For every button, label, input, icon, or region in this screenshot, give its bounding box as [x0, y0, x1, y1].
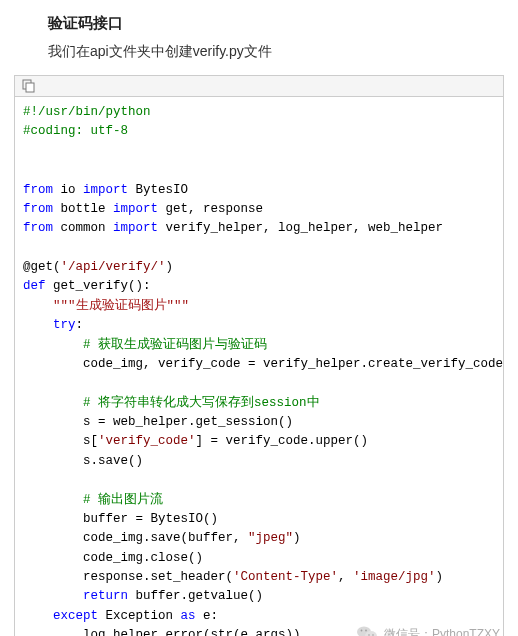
- code-text: buffer = BytesIO(): [83, 512, 218, 526]
- code-toolbar: [15, 76, 503, 97]
- code-text: verify_helper, log_helper, web_helper: [158, 221, 443, 235]
- code-keyword: import: [83, 183, 128, 197]
- code-text: bottle: [53, 202, 113, 216]
- section-title: 验证码接口: [48, 14, 518, 33]
- code-text: code_img.close(): [83, 551, 203, 565]
- code-text: s[: [83, 434, 98, 448]
- code-block: #!/usr/bin/python #coding: utf-8 from io…: [15, 97, 503, 636]
- code-comment: # 将字符串转化成大写保存到session中: [83, 396, 320, 410]
- code-text: response.set_header(: [83, 570, 233, 584]
- code-text: e:: [196, 609, 219, 623]
- code-text: ): [293, 531, 301, 545]
- code-comment: # 获取生成验证码图片与验证码: [83, 338, 267, 352]
- code-text: :: [76, 318, 84, 332]
- code-text: get_verify():: [46, 279, 151, 293]
- code-keyword: from: [23, 183, 53, 197]
- code-string: 'verify_code': [98, 434, 196, 448]
- code-text: code_img.save(buffer,: [83, 531, 248, 545]
- code-keyword: try: [53, 318, 76, 332]
- code-text: ] = verify_code.upper(): [196, 434, 369, 448]
- code-text: get, response: [158, 202, 263, 216]
- code-string: 'image/jpg': [353, 570, 436, 584]
- code-text: s = web_helper.get_session(): [83, 415, 293, 429]
- code-keyword: import: [113, 221, 158, 235]
- code-keyword: def: [23, 279, 46, 293]
- code-text: Exception: [98, 609, 181, 623]
- code-text: io: [53, 183, 83, 197]
- code-text: BytesIO: [128, 183, 188, 197]
- code-text: ): [436, 570, 444, 584]
- code-keyword: return: [83, 589, 128, 603]
- code-text: buffer.getvalue(): [128, 589, 263, 603]
- code-keyword: except: [53, 609, 98, 623]
- code-keyword: as: [181, 609, 196, 623]
- article-header: 验证码接口 我们在api文件夹中创建verify.py文件: [0, 0, 518, 75]
- code-container: #!/usr/bin/python #coding: utf-8 from io…: [14, 75, 504, 636]
- code-string: '/api/verify/': [61, 260, 166, 274]
- section-subtitle: 我们在api文件夹中创建verify.py文件: [48, 43, 518, 61]
- code-text: log_helper.error(str(e.args)): [83, 628, 301, 636]
- code-comment: #coding: utf-8: [23, 124, 128, 138]
- code-docstring: """生成验证码图片""": [53, 299, 189, 313]
- code-keyword: import: [113, 202, 158, 216]
- code-text: ): [166, 260, 174, 274]
- code-text: s.save(): [83, 454, 143, 468]
- code-string: "jpeg": [248, 531, 293, 545]
- code-text: common: [53, 221, 113, 235]
- code-keyword: from: [23, 202, 53, 216]
- code-text: @get(: [23, 260, 61, 274]
- copy-icon[interactable]: [21, 79, 497, 93]
- code-comment: # 输出图片流: [83, 493, 163, 507]
- code-text: code_img, verify_code = verify_helper.cr…: [83, 357, 503, 371]
- svg-rect-1: [26, 83, 34, 92]
- code-text: ,: [338, 570, 353, 584]
- code-keyword: from: [23, 221, 53, 235]
- code-string: 'Content-Type': [233, 570, 338, 584]
- code-comment: #!/usr/bin/python: [23, 105, 151, 119]
